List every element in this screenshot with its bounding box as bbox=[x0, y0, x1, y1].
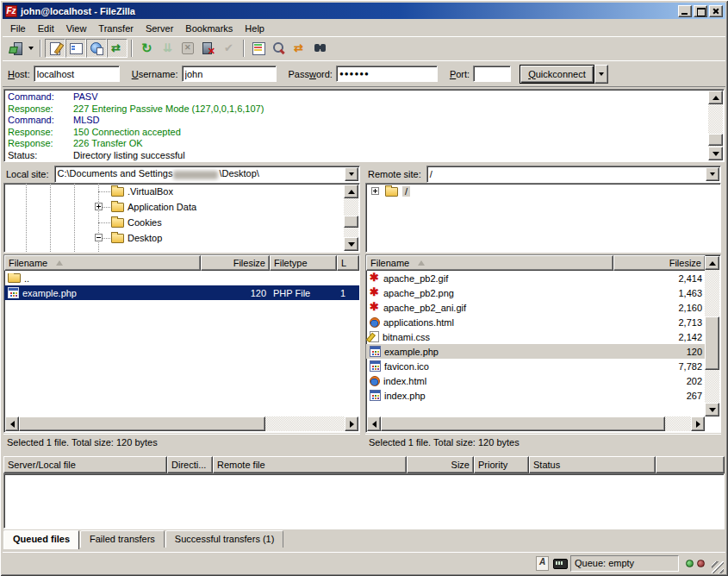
scrollbar-thumb[interactable] bbox=[344, 216, 358, 228]
password-input[interactable] bbox=[336, 66, 438, 82]
file-row[interactable]: apache_pb2.png 1,463 bbox=[366, 285, 706, 300]
speed-limit-icon[interactable] bbox=[552, 556, 568, 570]
column-header-filesize[interactable]: Filesize bbox=[201, 255, 270, 271]
tree-item-virtualbox[interactable]: .VirtualBox bbox=[4, 184, 359, 199]
expand-icon[interactable] bbox=[95, 203, 103, 210]
cancel-operation-button[interactable] bbox=[177, 39, 198, 58]
queue-body[interactable] bbox=[3, 473, 725, 529]
quickconnect-dropdown[interactable] bbox=[594, 65, 608, 84]
scroll-right-button[interactable] bbox=[691, 416, 705, 431]
scrollbar-thumb[interactable] bbox=[708, 134, 723, 146]
site-manager-button[interactable] bbox=[5, 39, 26, 58]
file-row[interactable]: favicon.ico 7,782 bbox=[366, 359, 706, 373]
directory-comparison-button[interactable] bbox=[248, 39, 269, 58]
local-file-list[interactable]: Filename Filesize Filetype L .. example.… bbox=[3, 254, 360, 433]
username-input[interactable] bbox=[182, 66, 277, 82]
local-list-hscrollbar[interactable] bbox=[5, 416, 358, 431]
column-header-filetype[interactable]: Filetype bbox=[270, 255, 337, 271]
tree-item-cookies[interactable]: Cookies bbox=[4, 215, 359, 230]
tree-item-application-data[interactable]: Application Data bbox=[4, 199, 359, 215]
toggle-local-tree-button[interactable] bbox=[65, 39, 86, 58]
column-header-server-local-file[interactable]: Server/Local file bbox=[3, 456, 167, 473]
scroll-up-button[interactable] bbox=[705, 256, 719, 270]
scrollbar-thumb[interactable] bbox=[381, 416, 665, 431]
data-type-ascii-icon[interactable] bbox=[534, 556, 550, 570]
scroll-down-button[interactable] bbox=[344, 237, 358, 251]
file-row-example-php[interactable]: example.php 120 PHP File 1 bbox=[4, 285, 359, 300]
resize-grip[interactable] bbox=[712, 561, 724, 573]
tab-failed-transfers[interactable]: Failed transfers bbox=[80, 530, 165, 548]
file-row-parent-dir[interactable]: .. bbox=[4, 271, 359, 285]
remote-directory-tree[interactable]: / bbox=[365, 183, 721, 253]
scroll-down-button[interactable] bbox=[708, 147, 723, 160]
file-row[interactable]: bitnami.css 2,142 bbox=[366, 329, 706, 344]
column-header-size[interactable]: Size bbox=[407, 456, 474, 473]
menu-file[interactable]: File bbox=[4, 22, 32, 35]
scroll-down-button[interactable] bbox=[705, 403, 719, 416]
collapse-icon[interactable] bbox=[95, 234, 103, 241]
menu-view[interactable]: View bbox=[60, 22, 93, 35]
refresh-button[interactable] bbox=[136, 39, 157, 58]
menu-transfer[interactable]: Transfer bbox=[92, 22, 140, 35]
scroll-up-button[interactable] bbox=[708, 91, 723, 104]
remote-list-vscrollbar[interactable] bbox=[705, 256, 719, 416]
scrollbar-thumb[interactable] bbox=[19, 416, 265, 431]
column-header-status[interactable]: Status bbox=[529, 456, 656, 473]
maximize-button[interactable] bbox=[694, 5, 707, 17]
file-row[interactable]: apache_pb2.gif 2,414 bbox=[366, 271, 706, 285]
file-row[interactable]: apache_pb2_ani.gif 2,160 bbox=[366, 300, 706, 315]
column-header-filename[interactable]: Filename bbox=[366, 255, 613, 271]
site-manager-dropdown[interactable] bbox=[26, 39, 36, 58]
remote-list-header: Filename Filesize bbox=[366, 255, 706, 271]
file-row-selected[interactable]: example.php 120 bbox=[366, 344, 706, 359]
host-input[interactable] bbox=[34, 66, 120, 82]
menu-bookmarks[interactable]: Bookmarks bbox=[179, 22, 239, 35]
reconnect-button[interactable] bbox=[219, 39, 240, 58]
column-header-lastmodified[interactable]: L bbox=[337, 255, 359, 271]
local-tree-scrollbar[interactable] bbox=[344, 185, 358, 251]
menu-help[interactable]: Help bbox=[239, 22, 271, 35]
scrollbar-thumb[interactable] bbox=[705, 316, 719, 370]
minimize-button[interactable] bbox=[678, 5, 692, 17]
remote-file-list[interactable]: Filename Filesize apache_pb2.gif 2,414 a… bbox=[365, 254, 721, 433]
tab-queued-files[interactable]: Queued files bbox=[3, 530, 79, 549]
scroll-up-button[interactable] bbox=[344, 185, 358, 198]
remote-site-combobox[interactable]: / bbox=[426, 166, 721, 183]
close-button[interactable] bbox=[709, 5, 723, 17]
find-files-button[interactable] bbox=[310, 39, 331, 58]
remote-list-hscrollbar[interactable] bbox=[367, 416, 705, 431]
file-row[interactable]: index.html 202 bbox=[366, 373, 706, 388]
column-header-priority[interactable]: Priority bbox=[474, 456, 529, 473]
remote-site-dropdown[interactable] bbox=[706, 167, 719, 181]
menu-edit[interactable]: Edit bbox=[32, 22, 60, 35]
tree-item-root[interactable]: / bbox=[366, 184, 720, 199]
tree-item-desktop[interactable]: Desktop bbox=[4, 230, 359, 246]
quickconnect-button[interactable]: Quickconnect bbox=[520, 65, 594, 84]
synchronized-browsing-button[interactable] bbox=[289, 39, 310, 58]
filename-filters-button[interactable] bbox=[269, 39, 289, 58]
toggle-remote-tree-button[interactable] bbox=[86, 39, 107, 58]
scroll-left-button[interactable] bbox=[367, 416, 381, 431]
toggle-transfer-queue-button[interactable] bbox=[107, 39, 128, 58]
title-bar[interactable]: Fz john@localhost - FileZilla bbox=[3, 3, 725, 19]
disconnect-button[interactable] bbox=[198, 39, 219, 58]
expand-icon[interactable] bbox=[371, 187, 379, 195]
menu-server[interactable]: Server bbox=[140, 22, 179, 35]
file-row[interactable]: index.php 267 bbox=[366, 388, 706, 403]
local-site-dropdown[interactable] bbox=[345, 167, 358, 181]
scroll-left-button[interactable] bbox=[5, 416, 19, 431]
app-icon: Fz bbox=[5, 5, 17, 17]
column-header-remote-file[interactable]: Remote file bbox=[213, 456, 407, 473]
local-site-combobox[interactable]: C:\Documents and Settings\Desktop\ bbox=[54, 166, 360, 183]
column-header-filesize[interactable]: Filesize bbox=[613, 255, 706, 271]
log-scrollbar[interactable] bbox=[708, 91, 723, 160]
process-queue-button[interactable] bbox=[157, 39, 177, 58]
toggle-message-log-button[interactable] bbox=[45, 39, 65, 58]
column-header-filename[interactable]: Filename bbox=[4, 255, 201, 271]
scroll-right-button[interactable] bbox=[345, 416, 358, 431]
tab-successful-transfers[interactable]: Successful transfers (1) bbox=[165, 530, 284, 548]
column-header-direction[interactable]: Directi... bbox=[167, 456, 213, 473]
local-directory-tree[interactable]: .VirtualBox Application Data Cookies Des… bbox=[3, 183, 360, 253]
file-row[interactable]: applications.html 2,713 bbox=[366, 315, 706, 329]
port-input[interactable] bbox=[473, 66, 511, 82]
